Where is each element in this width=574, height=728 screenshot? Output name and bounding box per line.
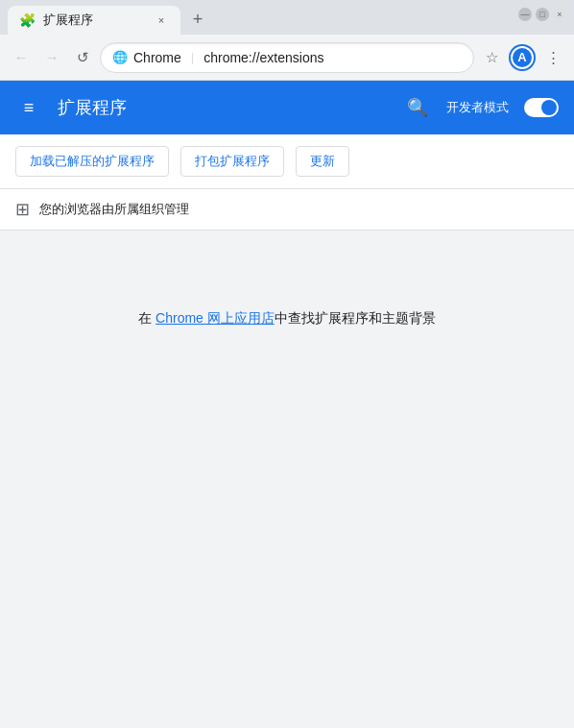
dev-mode-label: 开发者模式 [446,99,509,116]
update-button[interactable]: 更新 [296,146,349,177]
maximize-button[interactable]: □ [536,8,549,21]
managed-text: 您的浏览器由所属组织管理 [39,201,189,218]
profile-avatar: A [511,46,534,69]
managed-notice: ⊞ 您的浏览器由所属组织管理 [0,189,574,231]
main-content: 在 Chrome 网上应用店中查找扩展程序和主题背景 [0,231,574,367]
hamburger-menu-button[interactable]: ≡ [15,94,42,121]
empty-state-suffix: 中查找扩展程序和主题背景 [275,310,436,326]
minimize-button[interactable]: — [518,8,532,21]
reload-button[interactable]: ↺ [69,44,96,71]
address-bar: ← → ↺ 🌐 Chrome | chrome://extensions ☆ A… [0,35,574,81]
chrome-webstore-link[interactable]: Chrome 网上应用店 [155,310,275,326]
header-search-button[interactable]: 🔍 [404,94,431,121]
site-name: Chrome [133,50,181,65]
tab-title: 扩展程序 [43,12,146,29]
load-unpacked-button[interactable]: 加载已解压的扩展程序 [15,146,169,177]
empty-state: 在 Chrome 网上应用店中查找扩展程序和主题背景 [0,231,574,367]
toggle-knob [541,100,557,115]
extensions-header: ≡ 扩展程序 🔍 开发者模式 [0,81,574,134]
empty-state-text: 在 Chrome 网上应用店中查找扩展程序和主题背景 [138,307,436,328]
pack-extension-button[interactable]: 打包扩展程序 [180,146,284,177]
omnibox-separator: | [191,50,194,64]
tab-close-button[interactable]: × [154,12,169,28]
bookmark-button[interactable]: ☆ [478,44,505,71]
omnibox-url: chrome://extensions [203,50,323,65]
extensions-title: 扩展程序 [58,96,389,119]
tab-favicon-icon: 🧩 [19,12,36,28]
omnibox[interactable]: 🌐 Chrome | chrome://extensions [100,42,474,73]
managed-icon: ⊞ [15,199,30,220]
empty-state-prefix: 在 [138,310,155,326]
toolbar-icons: ☆ A ⋮ [478,44,566,71]
profile-button[interactable]: A [509,44,536,71]
site-security-icon: 🌐 [112,50,128,64]
window-controls: — □ × [518,8,566,21]
title-bar: 🧩 扩展程序 × + — □ × [0,0,574,35]
forward-button[interactable]: → [38,44,65,71]
active-tab[interactable]: 🧩 扩展程序 × [8,6,180,35]
back-button[interactable]: ← [8,44,35,71]
new-tab-button[interactable]: + [184,6,211,33]
action-bar: 加载已解压的扩展程序 打包扩展程序 更新 [0,134,574,189]
chrome-menu-button[interactable]: ⋮ [539,44,566,71]
dev-mode-toggle[interactable] [524,98,559,117]
close-button[interactable]: × [553,8,566,21]
